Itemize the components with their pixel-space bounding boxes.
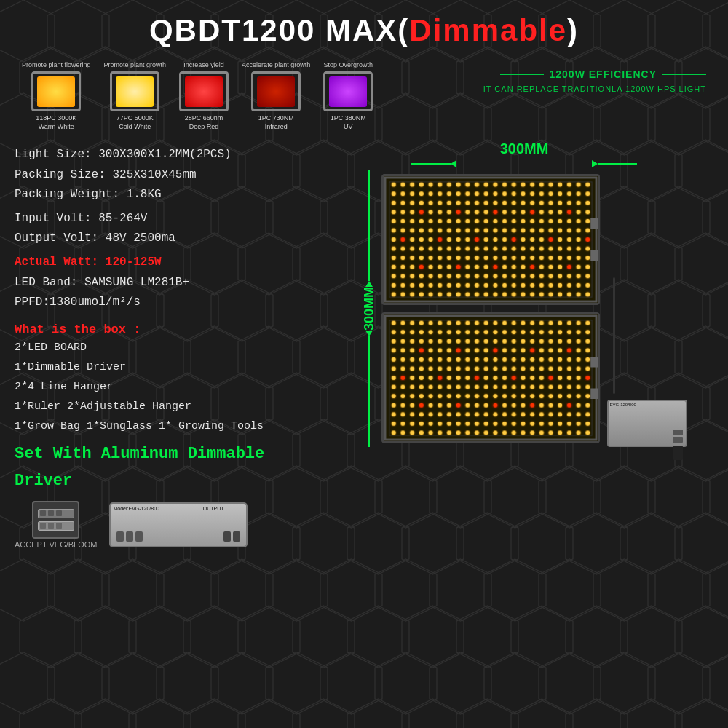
box-items: 2*LED BOARD 1*Dimmable Driver 2*4 Line H… [15,338,328,436]
led-board-2 [381,312,600,443]
efficiency-section: 1200W EFFICIENCY IT CAN REPLACE TRADITIO… [373,68,706,93]
driver-side-ports [673,430,683,443]
chip-2-bottom-label: 77PC 5000KCold White [116,114,154,131]
dimension-top-area: 300MM [400,141,648,170]
title-suffix: ) [567,13,579,47]
chip-2-top-label: Promote plant growth [104,61,167,68]
title-prefix: QBDT1200 MAX( [149,13,409,47]
chip-4-top-label: Accelerate plant growth [242,61,310,68]
box-item-5: 1*Grow Bag 1*Sunglass 1* Growing Tools [15,416,328,436]
box-item-4: 1*Ruler 2*Adjustable Hanger [15,397,328,416]
dimension-width-label: 300MM [500,141,549,157]
wire-driver-column: EVG-120/800 [604,170,687,447]
spec-actual-watt: Actual Watt: 120-125W [15,253,328,272]
wire-vertical [613,277,615,394]
chip-5-inner [329,76,367,107]
boards-column: 300MM 300MM [335,141,713,548]
efficiency-title-line: 1200W EFFICIENCY [500,68,706,80]
chip-1-bottom-label: 118PC 3000KWarm White [36,114,76,131]
chip-3-inner [185,76,223,107]
spec-input-volt: Input Volt: 85-264V [15,209,328,229]
page-title: QBDT1200 MAX(Dimmable) [149,13,579,47]
accept-label: ACCEPT VEG/BLOOM [15,540,98,549]
box-item-1: 2*LED BOARD [15,338,328,357]
driver-bottom-unit: Model:EVG-120/800 OUTPUT [109,502,248,547]
v-arrow-bottom [365,331,373,336]
chip-4-inner [257,76,295,107]
boards-with-dim: 300MM [362,170,687,447]
chip-1-top-label: Promote plant flowering [22,61,91,68]
chip-3-bottom-label: 28PC 660nmDeep Red [185,114,223,131]
chip-2-box [110,71,159,111]
spec-output-volt: Output Volt: 48V 2500ma [15,229,328,248]
chip-5-bottom-label: 1PC 380NMUV [331,114,366,131]
dimension-arrow-h [411,160,637,167]
driver-bottom-model-label: Model:EVG-120/800 [114,506,159,511]
arrow-left-h [411,163,451,165]
dimension-vertical-area: 300MM [362,170,377,447]
boards-stack [381,174,600,443]
chip-cold-white: Promote plant growth 77PC 5000KCold Whit… [104,61,167,131]
chip-infrared: Accelerate plant growth 1PC 730NMInfrare… [242,61,310,131]
arrow-cap-right [592,160,598,167]
chip-1-inner [37,76,75,107]
title-highlight: Dimmable [409,13,567,47]
arrow-cap-left [451,160,456,167]
box-section-title: What is the box : [15,323,328,336]
chip-4-box [251,71,301,111]
chip-4-bottom-label: 1PC 730NMInfrared [258,114,294,131]
spec-packing-weight: Packing Weight: 1.8KG [15,185,328,205]
main-section: Light Size: 300X300X1.2MM(2PCS) Packing … [0,137,728,552]
efficiency-subtitle: IT CAN REPLACE TRADITIONLA 1200W HPS LIG… [483,84,706,93]
chips-list: Promote plant flowering 118PC 3000KWarm … [22,61,373,131]
chip-uv: Stop Overgrowth 1PC 380NMUV [323,61,373,131]
chip-warm-white: Promote plant flowering 118PC 3000KWarm … [22,61,91,131]
dimension-height-label: 300MM [362,287,377,331]
chip-3-box [179,71,229,111]
driver-output-ports [223,531,240,542]
connector-pin-row-1 [38,509,74,518]
specs-column: Light Size: 300X300X1.2MM(2PCS) Packing … [15,141,328,548]
efficiency-line-bar-right [662,74,706,75]
spec-led-band: LED Band: SAMSUNG LM281B+ [15,273,328,293]
v-line-top [368,170,370,281]
efficiency-line-bar-left [500,74,544,75]
box-item-2: 1*Dimmable Driver [15,357,328,377]
title-section: QBDT1200 MAX(Dimmable) [0,0,728,55]
connector-area: ACCEPT VEG/BLOOM [15,501,98,549]
chip-deep-red: Increase yield 28PC 660nmDeep Red [179,61,229,131]
set-label: Set With Aluminum Dimmable Driver [15,440,328,495]
connector-box [32,501,79,539]
connector-pin-row-2 [38,521,74,531]
driver-side-unit: EVG-120/800 [607,400,687,447]
efficiency-title: 1200W EFFICIENCY [550,68,657,80]
box-item-3: 2*4 Line Hanger [15,377,328,397]
spec-light-size: Light Size: 300X300X1.2MM(2PCS) [15,145,328,165]
chip-5-box [323,71,373,111]
arrow-right-h [598,163,637,165]
spec-packing-size: Packing Size: 325X310X45mm [15,165,328,185]
driver-ports [116,531,143,542]
led-board-1 [381,174,600,305]
driver-bottom-output-label: OUTPUT [203,506,224,511]
chip-5-top-label: Stop Overgrowth [323,61,373,68]
chip-3-top-label: Increase yield [183,61,224,68]
plug-symbol [673,446,683,460]
chip-1-box [31,71,81,111]
v-line-bottom [368,336,370,447]
spec-ppfd: PPFD:1380umol/m²/s [15,293,328,312]
chip-2-inner [116,76,154,107]
driver-side-label: EVG-120/800 [609,401,686,408]
chips-section: Promote plant flowering 118PC 3000KWarm … [0,55,728,137]
